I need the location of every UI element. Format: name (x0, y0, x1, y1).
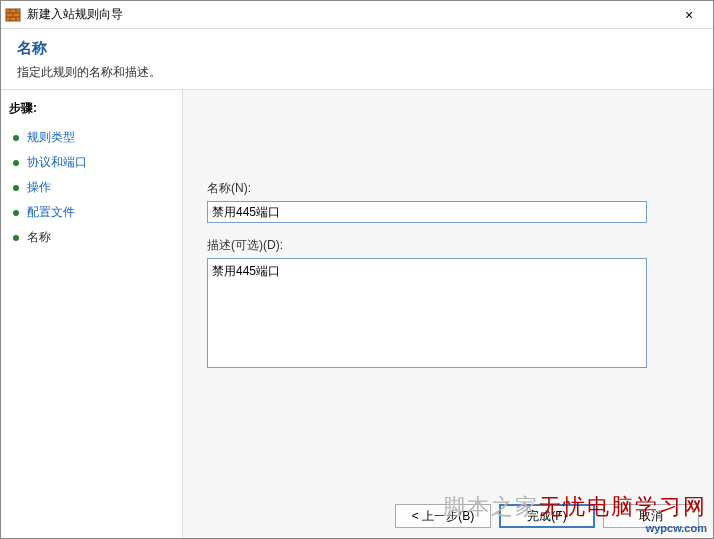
name-input[interactable] (207, 201, 647, 223)
step-name[interactable]: 名称 (9, 225, 174, 250)
wizard-window: 新建入站规则向导 × 名称 指定此规则的名称和描述。 步骤: 规则类型 协议和端… (0, 0, 714, 539)
step-label: 操作 (27, 179, 51, 196)
wizard-footer: < 上一步(B) 完成(F) 取消 (395, 504, 699, 528)
bullet-icon (13, 160, 19, 166)
step-label: 名称 (27, 229, 51, 246)
step-profile[interactable]: 配置文件 (9, 200, 174, 225)
step-label: 规则类型 (27, 129, 75, 146)
bullet-icon (13, 185, 19, 191)
page-subtitle: 指定此规则的名称和描述。 (17, 64, 697, 81)
description-group: 描述(可选)(D): 禁用445端口 (207, 237, 689, 372)
titlebar: 新建入站规则向导 × (1, 1, 713, 29)
steps-heading: 步骤: (9, 100, 174, 117)
finish-button[interactable]: 完成(F) (499, 504, 595, 528)
window-title: 新建入站规则向导 (27, 6, 669, 23)
description-label: 描述(可选)(D): (207, 237, 689, 254)
wizard-body: 步骤: 规则类型 协议和端口 操作 配置文件 名称 (1, 90, 713, 538)
step-protocol-port[interactable]: 协议和端口 (9, 150, 174, 175)
step-label: 配置文件 (27, 204, 75, 221)
back-button[interactable]: < 上一步(B) (395, 504, 491, 528)
page-title: 名称 (17, 39, 697, 58)
main-panel: 名称(N): 描述(可选)(D): 禁用445端口 < 上一步(B) 完成(F)… (183, 90, 713, 538)
wizard-header: 名称 指定此规则的名称和描述。 (1, 29, 713, 90)
name-label: 名称(N): (207, 180, 689, 197)
bullet-icon (13, 210, 19, 216)
cancel-button[interactable]: 取消 (603, 504, 699, 528)
step-action[interactable]: 操作 (9, 175, 174, 200)
close-button[interactable]: × (669, 7, 709, 23)
bullet-icon (13, 235, 19, 241)
step-label: 协议和端口 (27, 154, 87, 171)
bullet-icon (13, 135, 19, 141)
name-group: 名称(N): (207, 180, 689, 223)
firewall-icon (5, 7, 21, 23)
description-textarea[interactable]: 禁用445端口 (207, 258, 647, 368)
steps-sidebar: 步骤: 规则类型 协议和端口 操作 配置文件 名称 (1, 90, 183, 538)
step-rule-type[interactable]: 规则类型 (9, 125, 174, 150)
